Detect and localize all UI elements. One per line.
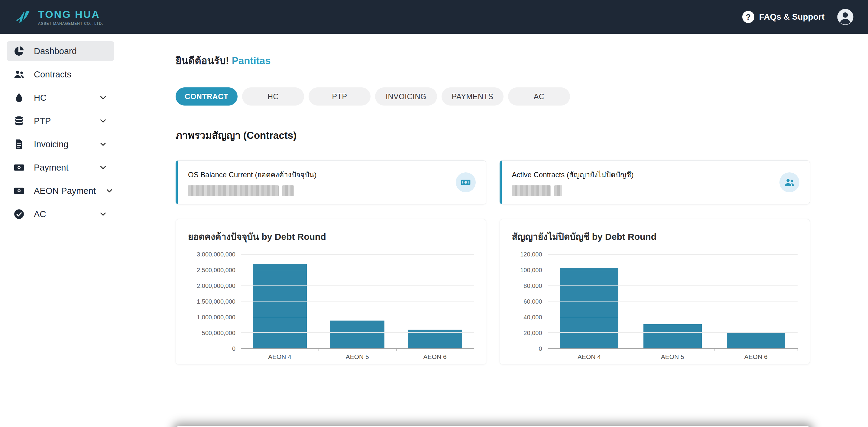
redacted-value xyxy=(512,186,634,196)
tab-hc[interactable]: HC xyxy=(242,87,304,106)
y-axis-tick-label: 60,000 xyxy=(523,298,542,305)
welcome-username: Pantitas xyxy=(232,55,271,66)
redacted-block xyxy=(512,186,551,196)
sidebar-item-label: HC xyxy=(34,93,46,103)
chart-title: สัญญายังไม่ปิดบัญชี by Debt Round xyxy=(512,230,798,244)
bar-chart: 020,00040,00060,00080,000100,000120,000 xyxy=(512,255,798,349)
x-axis-label: AEON 6 xyxy=(714,353,798,361)
sidebar-item-ac[interactable]: AC xyxy=(7,204,114,224)
y-axis-tick-label: 1,000,000,000 xyxy=(197,314,236,321)
stat-card-title: Active Contracts (สัญญายังไม่ปิดบัญชี) xyxy=(512,169,634,180)
sidebar-item-invoicing[interactable]: Invoicing xyxy=(7,134,114,154)
hc-icon xyxy=(13,92,25,104)
invoicing-icon xyxy=(13,139,25,150)
welcome-message: ยินดีต้อนรับ! Pantitas xyxy=(176,53,810,69)
tab-ptp[interactable]: PTP xyxy=(309,87,371,106)
sidebar-item-label: Contracts xyxy=(34,69,71,80)
sidebar-item-dashboard[interactable]: Dashboard xyxy=(7,41,114,61)
chevron-down-icon xyxy=(98,116,107,125)
y-axis-tick-label: 40,000 xyxy=(523,314,542,321)
bar-aeon-6 xyxy=(727,333,785,348)
chart-card-active-contracts: สัญญายังไม่ปิดบัญชี by Debt Round 020,00… xyxy=(500,219,810,364)
plot-area xyxy=(548,255,798,349)
gridline xyxy=(548,317,798,317)
stat-cards-row: OS Balance Current (ยอดคงค้างปัจจุบัน)Ac… xyxy=(176,160,810,204)
redacted-block xyxy=(282,186,294,196)
bar-slot xyxy=(318,255,396,348)
y-axis-tick-label: 500,000,000 xyxy=(202,330,236,337)
payment-icon xyxy=(13,162,25,173)
welcome-prefix: ยินดีต้อนรับ! xyxy=(176,55,229,66)
gridline xyxy=(548,254,798,255)
x-axis-tick xyxy=(474,348,474,351)
sidebar-item-ptp[interactable]: PTP xyxy=(7,111,114,131)
y-axis-tick-label: 0 xyxy=(538,345,542,352)
dashboard-icon xyxy=(13,45,25,57)
brand-subtitle: ASSET MANAGEMENT CO., LTD. xyxy=(38,22,103,26)
sidebar-nav: DashboardContractsHCPTPInvoicingPaymentA… xyxy=(0,34,121,427)
sidebar-item-aeon-payment[interactable]: AEON Payment xyxy=(7,181,114,201)
contracts-icon xyxy=(13,69,25,80)
gridline xyxy=(548,285,798,286)
sidebar-item-label: Invoicing xyxy=(34,139,68,149)
chart-card-os-balance: ยอดคงค้างปัจจุบัน by Debt Round 0500,000… xyxy=(176,219,486,364)
brand-logo[interactable]: TONG HUA ASSET MANAGEMENT CO., LTD. xyxy=(14,7,103,26)
y-axis-tick-label: 3,000,000,000 xyxy=(197,251,236,258)
tab-contract[interactable]: CONTRACT xyxy=(176,87,238,106)
bar-aeon-5 xyxy=(330,320,384,348)
stat-card-active-contracts: Active Contracts (สัญญายังไม่ปิดบัญชี) xyxy=(500,160,810,204)
sidebar-item-label: Payment xyxy=(34,163,68,173)
bar-slot xyxy=(548,255,631,348)
main-content: ยินดีต้อนรับ! Pantitas CONTRACTHCPTPINVO… xyxy=(121,34,868,427)
y-axis: 0500,000,0001,000,000,0001,500,000,0002,… xyxy=(188,255,241,349)
gridline xyxy=(241,301,474,302)
next-card-shadow xyxy=(176,426,810,427)
chevron-down-icon xyxy=(98,163,107,172)
plot-area xyxy=(241,255,474,349)
tab-payments[interactable]: PAYMENTS xyxy=(441,87,503,106)
redacted-block xyxy=(554,186,562,196)
chevron-down-icon xyxy=(98,140,107,149)
redacted-block xyxy=(188,186,279,196)
tab-ac[interactable]: AC xyxy=(508,87,570,106)
user-avatar[interactable] xyxy=(837,8,854,26)
sidebar-item-hc[interactable]: HC xyxy=(7,88,114,108)
bar-aeon-5 xyxy=(644,324,702,348)
x-axis-tick xyxy=(318,348,319,351)
faqs-support-link[interactable]: ? FAQs & Support xyxy=(742,11,825,23)
bar-aeon-4 xyxy=(560,268,618,348)
x-axis-tick xyxy=(798,348,798,351)
x-axis-tick xyxy=(548,348,548,351)
y-axis-tick-label: 1,500,000,000 xyxy=(197,298,236,305)
x-axis-tick xyxy=(396,348,397,351)
redacted-value xyxy=(188,186,317,196)
sidebar-item-payment[interactable]: Payment xyxy=(7,158,114,177)
bar-chart: 0500,000,0001,000,000,0001,500,000,0002,… xyxy=(188,255,474,349)
gridline xyxy=(241,317,474,317)
x-axis-labels: AEON 4AEON 5AEON 6 xyxy=(241,353,474,361)
sidebar-item-contracts[interactable]: Contracts xyxy=(7,64,114,84)
gridline xyxy=(548,301,798,302)
bar-slot xyxy=(714,255,798,348)
charts-row: ยอดคงค้างปัจจุบัน by Debt Round 0500,000… xyxy=(176,219,810,364)
x-axis-tick xyxy=(241,348,241,351)
bar-aeon-4 xyxy=(253,264,307,348)
stat-card-title: OS Balance Current (ยอดคงค้างปัจจุบัน) xyxy=(188,169,317,180)
sidebar-item-label: AC xyxy=(34,209,46,219)
y-axis-tick-label: 100,000 xyxy=(520,267,542,274)
x-axis-label: AEON 5 xyxy=(318,353,396,361)
sidebar-item-label: PTP xyxy=(34,116,51,126)
gridline xyxy=(241,270,474,271)
x-axis-labels: AEON 4AEON 5AEON 6 xyxy=(548,353,798,361)
section-title: ภาพรวมสัญญา (Contracts) xyxy=(176,127,810,143)
y-axis-tick-label: 80,000 xyxy=(523,282,542,289)
bars xyxy=(241,255,474,348)
tong-hua-logo-icon xyxy=(14,7,33,26)
y-axis-tick-label: 0 xyxy=(232,345,236,352)
bar-slot xyxy=(241,255,318,348)
x-axis-label: AEON 6 xyxy=(396,353,474,361)
tab-invoicing[interactable]: INVOICING xyxy=(375,87,437,106)
y-axis: 020,00040,00060,00080,000100,000120,000 xyxy=(512,255,548,349)
sidebar-item-label: AEON Payment xyxy=(34,186,96,196)
x-axis-label: AEON 5 xyxy=(631,353,714,361)
